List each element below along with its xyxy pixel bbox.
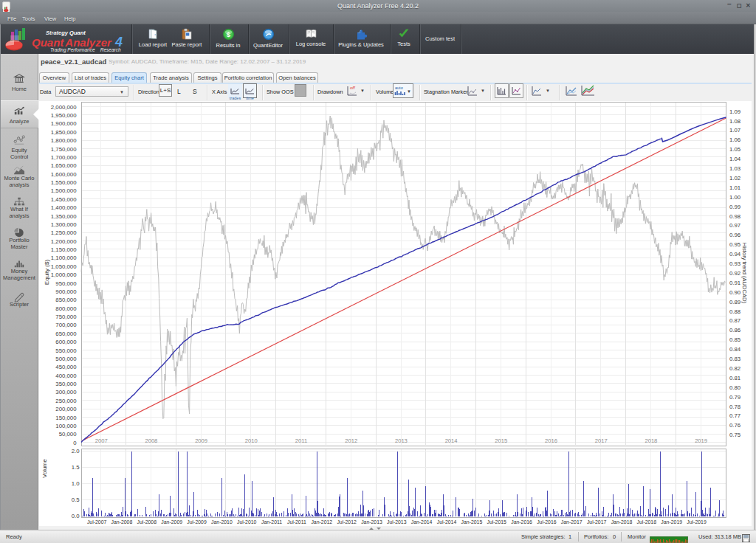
svg-text:1,200,000: 1,200,000 (51, 238, 77, 245)
svg-text:250,000: 250,000 (55, 398, 77, 404)
svg-text:0.0: 0.0 (72, 513, 80, 519)
svg-text:2018: 2018 (645, 437, 657, 444)
svg-text:0.97: 0.97 (729, 222, 740, 229)
svg-text:1,400,000: 1,400,000 (51, 204, 77, 211)
svg-text:0.87: 0.87 (729, 317, 740, 324)
svg-text:1.03: 1.03 (729, 165, 740, 172)
svg-text:History trend (AUDCAD): History trend (AUDCAD) (741, 243, 748, 304)
svg-text:50,000: 50,000 (59, 431, 78, 437)
svg-text:0.96: 0.96 (729, 232, 740, 238)
svg-text:0.81: 0.81 (729, 375, 740, 381)
svg-text:1,050,000: 1,050,000 (51, 263, 77, 270)
svg-text:600,000: 600,000 (55, 339, 77, 345)
svg-text:0.5: 0.5 (72, 497, 80, 503)
svg-text:Jul-2007: Jul-2007 (87, 519, 107, 525)
svg-text:1.09: 1.09 (729, 108, 740, 115)
svg-text:Jan-2013: Jan-2013 (361, 519, 382, 525)
svg-text:Jul-2016: Jul-2016 (537, 519, 557, 525)
svg-text:0.90: 0.90 (729, 289, 741, 296)
svg-text:Jul-2009: Jul-2009 (187, 519, 207, 525)
svg-text:Jul-2015: Jul-2015 (487, 519, 506, 525)
svg-text:1,450,000: 1,450,000 (51, 196, 77, 203)
svg-text:0.78: 0.78 (729, 404, 740, 410)
svg-text:400,000: 400,000 (55, 373, 77, 379)
svg-text:0.94: 0.94 (729, 251, 741, 257)
svg-text:0.77: 0.77 (729, 412, 740, 419)
svg-text:2013: 2013 (395, 437, 408, 444)
svg-text:450,000: 450,000 (55, 364, 77, 370)
svg-text:850,000: 850,000 (55, 297, 77, 303)
svg-text:0.75: 0.75 (729, 432, 741, 438)
svg-text:1.00: 1.00 (729, 194, 741, 201)
svg-text:Jan-2016: Jan-2016 (511, 519, 532, 525)
svg-text:1,800,000: 1,800,000 (51, 137, 77, 144)
svg-text:Jan-2008: Jan-2008 (111, 519, 133, 525)
svg-text:Jan-2011: Jan-2011 (261, 519, 282, 525)
svg-text:700,000: 700,000 (55, 322, 77, 328)
svg-text:0.86: 0.86 (729, 327, 740, 333)
svg-text:Jan-2017: Jan-2017 (561, 519, 583, 525)
svg-text:0.88: 0.88 (729, 308, 740, 315)
svg-text:Jul-2011: Jul-2011 (287, 519, 306, 525)
svg-text:0.79: 0.79 (729, 394, 740, 401)
svg-text:0.99: 0.99 (729, 204, 740, 210)
svg-text:Equity ($): Equity ($) (44, 260, 50, 286)
svg-text:1,250,000: 1,250,000 (51, 229, 77, 236)
svg-text:2014: 2014 (445, 437, 458, 444)
svg-text:0.93: 0.93 (729, 260, 740, 267)
svg-text:1,700,000: 1,700,000 (51, 154, 77, 161)
svg-text:Jul-2010: Jul-2010 (237, 519, 257, 525)
svg-text:1,550,000: 1,550,000 (51, 179, 77, 186)
svg-text:550,000: 550,000 (55, 347, 77, 354)
svg-text:Volume: Volume (41, 459, 48, 477)
svg-text:Jan-2015: Jan-2015 (461, 519, 483, 525)
svg-text:Jan-2014: Jan-2014 (411, 519, 433, 525)
svg-text:Jul-2014: Jul-2014 (437, 519, 457, 525)
svg-text:2019: 2019 (695, 437, 707, 444)
svg-text:2,000,000: 2,000,000 (51, 104, 77, 111)
svg-text:1.5: 1.5 (72, 464, 80, 471)
svg-text:800,000: 800,000 (55, 305, 77, 312)
svg-text:0.76: 0.76 (729, 422, 740, 429)
svg-text:2011: 2011 (295, 437, 307, 444)
svg-text:1,850,000: 1,850,000 (51, 129, 77, 136)
svg-text:0.95: 0.95 (729, 241, 741, 248)
svg-text:200,000: 200,000 (55, 406, 77, 412)
svg-text:2008: 2008 (145, 437, 157, 444)
svg-text:Jul-2012: Jul-2012 (337, 519, 357, 525)
svg-text:1,100,000: 1,100,000 (51, 255, 77, 261)
svg-text:1,600,000: 1,600,000 (51, 171, 77, 178)
svg-text:1,000,000: 1,000,000 (51, 272, 77, 278)
svg-text:2017: 2017 (595, 437, 608, 444)
svg-text:Jan-2018: Jan-2018 (611, 519, 633, 525)
svg-text:1.0: 1.0 (72, 480, 80, 487)
svg-text:0.84: 0.84 (729, 346, 741, 353)
svg-text:0.89: 0.89 (729, 299, 740, 305)
svg-text:0.82: 0.82 (729, 365, 740, 372)
svg-text:1.02: 1.02 (729, 175, 740, 181)
svg-text:0: 0 (73, 440, 77, 446)
svg-text:1,500,000: 1,500,000 (51, 187, 77, 194)
svg-text:Jul-2013: Jul-2013 (387, 519, 407, 525)
svg-text:1.01: 1.01 (729, 184, 740, 191)
svg-text:Jul-2008: Jul-2008 (137, 519, 157, 525)
svg-text:1.05: 1.05 (729, 146, 741, 153)
svg-text:750,000: 750,000 (55, 314, 77, 320)
svg-text:1,650,000: 1,650,000 (51, 162, 77, 169)
svg-text:650,000: 650,000 (55, 331, 77, 337)
svg-text:0.92: 0.92 (729, 270, 740, 277)
svg-text:2.0: 2.0 (72, 448, 80, 454)
svg-text:1.08: 1.08 (729, 118, 740, 125)
svg-text:500,000: 500,000 (55, 356, 77, 362)
svg-text:Jul-2018: Jul-2018 (637, 519, 657, 525)
svg-text:2015: 2015 (495, 437, 507, 444)
svg-text:2012: 2012 (345, 437, 357, 444)
svg-text:1.07: 1.07 (729, 127, 740, 134)
svg-text:0.98: 0.98 (729, 213, 740, 220)
svg-text:1.06: 1.06 (729, 136, 740, 143)
svg-text:1,350,000: 1,350,000 (51, 213, 77, 220)
svg-text:0.80: 0.80 (729, 384, 741, 391)
svg-text:Jul-2017: Jul-2017 (587, 519, 607, 525)
svg-text:0.83: 0.83 (729, 356, 740, 362)
svg-text:100,000: 100,000 (55, 423, 77, 429)
